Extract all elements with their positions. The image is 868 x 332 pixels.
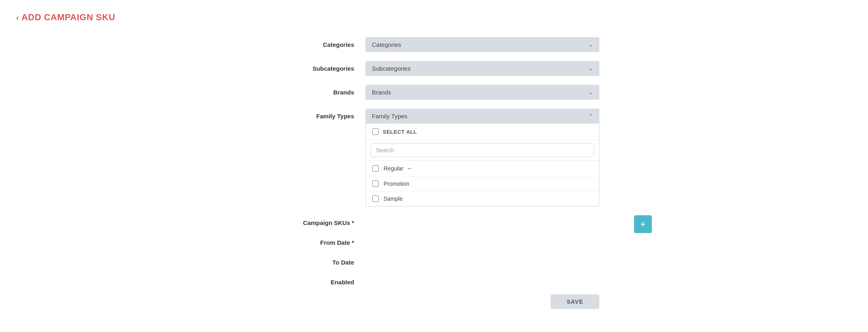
regular-label[interactable]: Regular ← (384, 165, 413, 172)
arrow-indicator-icon: ← (407, 165, 413, 172)
save-row: SAVE (252, 294, 599, 309)
brands-row: Brands Brands ⌄ (252, 85, 616, 100)
sample-checkbox[interactable] (372, 195, 379, 202)
select-all-label[interactable]: SELECT ALL (383, 129, 417, 135)
subcategories-label: Subcategories (252, 61, 365, 72)
brands-dropdown-label: Brands (372, 89, 391, 96)
chevron-down-icon: ⌄ (588, 65, 593, 71)
select-all-row: SELECT ALL (366, 124, 599, 140)
regular-checkbox[interactable] (372, 165, 379, 172)
list-item: Promotion (366, 177, 599, 191)
categories-control: Categories ⌄ (365, 37, 599, 52)
family-types-panel: SELECT ALL Regular ← Promotion (365, 124, 599, 206)
family-types-label: Family Types (252, 109, 365, 120)
brands-dropdown[interactable]: Brands ⌄ (365, 85, 599, 100)
family-types-dropdown[interactable]: Family Types ⌃ (365, 109, 599, 124)
categories-row: Categories Categories ⌄ (252, 37, 616, 52)
family-types-row: Family Types Family Types ⌃ SELECT ALL (252, 109, 616, 206)
page-title: ADD CAMPAIGN SKU (21, 12, 115, 23)
subcategories-row: Subcategories Subcategories ⌄ (252, 61, 616, 76)
save-button[interactable]: SAVE (551, 294, 599, 309)
from-date-row: From Date * (252, 235, 616, 246)
subcategories-dropdown-label: Subcategories (372, 65, 411, 72)
list-item: Regular ← (366, 161, 599, 177)
categories-dropdown-label: Categories (372, 41, 401, 48)
page-header: ‹ ADD CAMPAIGN SKU (16, 12, 852, 23)
sample-label[interactable]: Sample (384, 195, 403, 202)
chevron-down-icon: ⌄ (588, 89, 593, 95)
enabled-row: Enabled (252, 275, 616, 286)
subcategories-control: Subcategories ⌄ (365, 61, 599, 76)
back-chevron-icon[interactable]: ‹ (16, 13, 19, 22)
family-types-control: Family Types ⌃ SELECT ALL Regular (365, 109, 599, 206)
chevron-up-icon: ⌃ (588, 113, 593, 119)
plus-icon: + (640, 219, 646, 230)
brands-label: Brands (252, 85, 365, 96)
categories-dropdown[interactable]: Categories ⌄ (365, 37, 599, 52)
search-input[interactable] (371, 143, 594, 157)
chevron-down-icon: ⌄ (588, 42, 593, 48)
campaign-skus-label: Campaign SKUs * (252, 215, 365, 226)
to-date-label: To Date (252, 255, 365, 266)
family-types-dropdown-label: Family Types (372, 113, 407, 120)
enabled-label: Enabled (252, 275, 365, 286)
brands-control: Brands ⌄ (365, 85, 599, 100)
promotion-label[interactable]: Promotion (384, 181, 409, 187)
subcategories-dropdown[interactable]: Subcategories ⌄ (365, 61, 599, 76)
form-container: Categories Categories ⌄ Subcategories Su… (252, 37, 616, 309)
search-wrapper (366, 140, 599, 161)
campaign-skus-row: Campaign SKUs * + (252, 215, 616, 226)
categories-label: Categories (252, 37, 365, 48)
select-all-checkbox[interactable] (372, 128, 379, 135)
add-button[interactable]: + (634, 215, 652, 233)
to-date-row: To Date (252, 255, 616, 266)
list-item: Sample (366, 191, 599, 206)
from-date-label: From Date * (252, 235, 365, 246)
promotion-checkbox[interactable] (372, 181, 379, 187)
